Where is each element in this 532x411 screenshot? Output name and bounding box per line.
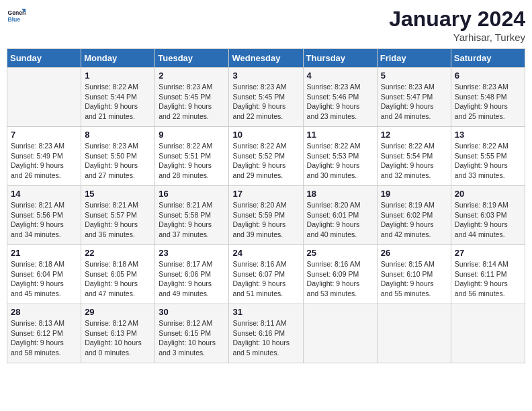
day-number: 3 xyxy=(232,71,299,81)
day-info: Sunrise: 8:23 AMSunset: 5:45 PMDaylight:… xyxy=(159,82,225,122)
calendar-week-row: 1Sunrise: 8:22 AMSunset: 5:44 PMDaylight… xyxy=(7,68,525,127)
day-info: Sunrise: 8:21 AMSunset: 5:58 PMDaylight:… xyxy=(159,200,225,240)
weekday-header: Sunday xyxy=(7,49,81,68)
calendar-week-row: 28Sunrise: 8:13 AMSunset: 6:12 PMDayligh… xyxy=(7,304,525,363)
calendar-cell: 9Sunrise: 8:22 AMSunset: 5:51 PMDaylight… xyxy=(155,127,229,186)
calendar-cell: 19Sunrise: 8:19 AMSunset: 6:02 PMDayligh… xyxy=(377,186,451,245)
calendar-week-row: 7Sunrise: 8:23 AMSunset: 5:49 PMDaylight… xyxy=(7,127,525,186)
calendar-cell: 6Sunrise: 8:23 AMSunset: 5:48 PMDaylight… xyxy=(451,68,525,127)
calendar-cell: 4Sunrise: 8:23 AMSunset: 5:46 PMDaylight… xyxy=(303,68,377,127)
day-number: 18 xyxy=(307,189,373,199)
day-info: Sunrise: 8:16 AMSunset: 6:09 PMDaylight:… xyxy=(307,259,373,299)
calendar-cell: 7Sunrise: 8:23 AMSunset: 5:49 PMDaylight… xyxy=(7,127,81,186)
day-number: 11 xyxy=(307,130,373,140)
day-info: Sunrise: 8:18 AMSunset: 6:04 PMDaylight:… xyxy=(11,259,77,299)
title-section: January 2024 Yarhisar, Turkey xyxy=(389,7,525,43)
day-info: Sunrise: 8:18 AMSunset: 6:05 PMDaylight:… xyxy=(85,259,151,299)
calendar-header-row: SundayMondayTuesdayWednesdayThursdayFrid… xyxy=(7,49,525,68)
calendar-body: 1Sunrise: 8:22 AMSunset: 5:44 PMDaylight… xyxy=(7,68,525,363)
day-number: 31 xyxy=(232,307,299,317)
day-number: 12 xyxy=(381,130,447,140)
calendar-cell: 29Sunrise: 8:12 AMSunset: 6:13 PMDayligh… xyxy=(81,304,155,363)
calendar-cell: 31Sunrise: 8:11 AMSunset: 6:16 PMDayligh… xyxy=(229,304,303,363)
day-number: 8 xyxy=(85,130,151,140)
day-number: 2 xyxy=(159,71,225,81)
day-info: Sunrise: 8:22 AMSunset: 5:55 PMDaylight:… xyxy=(455,141,521,181)
calendar-cell: 15Sunrise: 8:21 AMSunset: 5:57 PMDayligh… xyxy=(81,186,155,245)
month-title: January 2024 xyxy=(389,7,525,32)
day-number: 22 xyxy=(85,248,151,258)
weekday-header: Tuesday xyxy=(155,49,229,68)
day-info: Sunrise: 8:11 AMSunset: 6:16 PMDaylight:… xyxy=(232,318,299,358)
day-number: 10 xyxy=(232,130,299,140)
weekday-header: Saturday xyxy=(451,49,525,68)
day-number: 28 xyxy=(11,307,77,317)
day-number: 5 xyxy=(381,71,447,81)
day-info: Sunrise: 8:22 AMSunset: 5:52 PMDaylight:… xyxy=(232,141,299,181)
svg-text:Blue: Blue xyxy=(8,16,21,23)
logo: General Blue xyxy=(7,7,26,26)
day-info: Sunrise: 8:19 AMSunset: 6:03 PMDaylight:… xyxy=(455,200,521,240)
calendar-cell: 30Sunrise: 8:12 AMSunset: 6:15 PMDayligh… xyxy=(155,304,229,363)
calendar-cell: 3Sunrise: 8:23 AMSunset: 5:45 PMDaylight… xyxy=(229,68,303,127)
day-info: Sunrise: 8:22 AMSunset: 5:51 PMDaylight:… xyxy=(159,141,225,181)
calendar-cell: 27Sunrise: 8:14 AMSunset: 6:11 PMDayligh… xyxy=(451,245,525,304)
day-info: Sunrise: 8:23 AMSunset: 5:46 PMDaylight:… xyxy=(307,82,373,122)
calendar-cell xyxy=(303,304,377,363)
day-info: Sunrise: 8:23 AMSunset: 5:47 PMDaylight:… xyxy=(381,82,447,122)
day-info: Sunrise: 8:21 AMSunset: 5:56 PMDaylight:… xyxy=(11,200,77,240)
weekday-header: Friday xyxy=(377,49,451,68)
day-number: 1 xyxy=(85,71,151,81)
day-number: 15 xyxy=(85,189,151,199)
calendar-cell: 11Sunrise: 8:22 AMSunset: 5:53 PMDayligh… xyxy=(303,127,377,186)
day-number: 27 xyxy=(455,248,521,258)
day-info: Sunrise: 8:17 AMSunset: 6:06 PMDaylight:… xyxy=(159,259,225,299)
day-number: 9 xyxy=(159,130,225,140)
day-number: 13 xyxy=(455,130,521,140)
weekday-header: Wednesday xyxy=(229,49,303,68)
day-number: 14 xyxy=(11,189,77,199)
calendar-cell: 8Sunrise: 8:23 AMSunset: 5:50 PMDaylight… xyxy=(81,127,155,186)
day-number: 20 xyxy=(455,189,521,199)
day-number: 21 xyxy=(11,248,77,258)
day-info: Sunrise: 8:12 AMSunset: 6:13 PMDaylight:… xyxy=(85,318,151,358)
calendar-cell: 18Sunrise: 8:20 AMSunset: 6:01 PMDayligh… xyxy=(303,186,377,245)
day-number: 4 xyxy=(307,71,373,81)
calendar-week-row: 21Sunrise: 8:18 AMSunset: 6:04 PMDayligh… xyxy=(7,245,525,304)
day-info: Sunrise: 8:14 AMSunset: 6:11 PMDaylight:… xyxy=(455,259,521,299)
calendar-cell: 26Sunrise: 8:15 AMSunset: 6:10 PMDayligh… xyxy=(377,245,451,304)
calendar-cell: 22Sunrise: 8:18 AMSunset: 6:05 PMDayligh… xyxy=(81,245,155,304)
day-info: Sunrise: 8:23 AMSunset: 5:45 PMDaylight:… xyxy=(232,82,299,122)
calendar-cell: 20Sunrise: 8:19 AMSunset: 6:03 PMDayligh… xyxy=(451,186,525,245)
calendar-week-row: 14Sunrise: 8:21 AMSunset: 5:56 PMDayligh… xyxy=(7,186,525,245)
location: Yarhisar, Turkey xyxy=(389,32,525,43)
calendar-cell: 12Sunrise: 8:22 AMSunset: 5:54 PMDayligh… xyxy=(377,127,451,186)
page-header: General Blue January 2024 Yarhisar, Turk… xyxy=(7,7,525,43)
calendar-cell xyxy=(377,304,451,363)
day-info: Sunrise: 8:20 AMSunset: 5:59 PMDaylight:… xyxy=(232,200,299,240)
day-number: 6 xyxy=(455,71,521,81)
calendar-cell: 10Sunrise: 8:22 AMSunset: 5:52 PMDayligh… xyxy=(229,127,303,186)
weekday-header: Thursday xyxy=(303,49,377,68)
day-info: Sunrise: 8:13 AMSunset: 6:12 PMDaylight:… xyxy=(11,318,77,358)
calendar-cell: 5Sunrise: 8:23 AMSunset: 5:47 PMDaylight… xyxy=(377,68,451,127)
day-info: Sunrise: 8:15 AMSunset: 6:10 PMDaylight:… xyxy=(381,259,447,299)
calendar-cell: 2Sunrise: 8:23 AMSunset: 5:45 PMDaylight… xyxy=(155,68,229,127)
weekday-header: Monday xyxy=(81,49,155,68)
day-info: Sunrise: 8:21 AMSunset: 5:57 PMDaylight:… xyxy=(85,200,151,240)
calendar-cell: 14Sunrise: 8:21 AMSunset: 5:56 PMDayligh… xyxy=(7,186,81,245)
calendar-table: SundayMondayTuesdayWednesdayThursdayFrid… xyxy=(7,48,525,363)
logo-icon: General Blue xyxy=(7,7,26,26)
day-info: Sunrise: 8:12 AMSunset: 6:15 PMDaylight:… xyxy=(159,318,225,358)
calendar-cell: 25Sunrise: 8:16 AMSunset: 6:09 PMDayligh… xyxy=(303,245,377,304)
calendar-cell: 1Sunrise: 8:22 AMSunset: 5:44 PMDaylight… xyxy=(81,68,155,127)
day-number: 24 xyxy=(232,248,299,258)
day-info: Sunrise: 8:22 AMSunset: 5:54 PMDaylight:… xyxy=(381,141,447,181)
day-info: Sunrise: 8:20 AMSunset: 6:01 PMDaylight:… xyxy=(307,200,373,240)
day-number: 26 xyxy=(381,248,447,258)
day-number: 23 xyxy=(159,248,225,258)
day-number: 16 xyxy=(159,189,225,199)
calendar-cell xyxy=(7,68,81,127)
day-info: Sunrise: 8:22 AMSunset: 5:44 PMDaylight:… xyxy=(85,82,151,122)
day-info: Sunrise: 8:16 AMSunset: 6:07 PMDaylight:… xyxy=(232,259,299,299)
